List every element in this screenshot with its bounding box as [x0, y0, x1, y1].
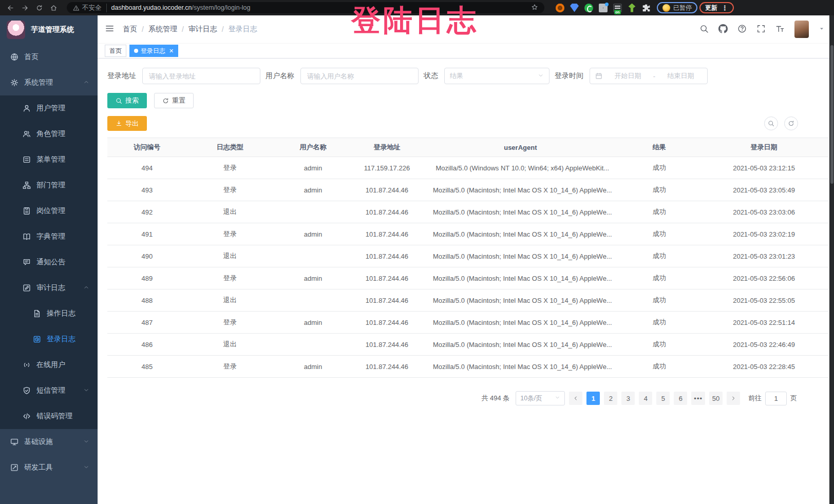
address-bar[interactable]: 不安全 dashboard.yudao.iocoder.cn/system/lo…	[67, 2, 544, 13]
search-toggle-icon	[768, 120, 774, 127]
sidebar-item-roles[interactable]: 角色管理	[0, 121, 98, 147]
sidebar-item-online-users[interactable]: 在线用户	[0, 352, 98, 378]
table-row: 486退出101.87.244.46Mozilla/5.0 (Macintosh…	[107, 334, 829, 356]
table-row: 494登录admin117.159.17.226Mozilla/5.0 (Win…	[107, 157, 829, 179]
sidebar-item-dictionary[interactable]: 字典管理	[0, 224, 98, 249]
status-label: 状态	[424, 71, 444, 81]
extension-list-icon[interactable]: on	[613, 4, 622, 12]
update-label: 更新	[705, 4, 717, 12]
monitor-icon	[10, 438, 18, 446]
paused-label: 已暂停	[673, 4, 692, 12]
breadcrumb-current: 登录日志	[229, 25, 257, 34]
shield-icon	[23, 386, 31, 395]
warning-triangle-icon	[73, 5, 80, 11]
extension-plant-icon[interactable]	[628, 4, 636, 12]
next-page-button[interactable]	[727, 392, 740, 405]
font-size-icon[interactable]	[775, 24, 785, 35]
help-icon[interactable]	[737, 24, 747, 35]
tab-login-log[interactable]: 登录日志 ✕	[129, 45, 178, 57]
page-content: 登录地址 用户名称 状态 结果 登录时间	[98, 59, 834, 504]
sidebar-item-menus[interactable]: 菜单管理	[0, 147, 98, 172]
col-header-id: 访问编号	[107, 138, 187, 157]
sidebar-item-error-codes[interactable]: 错误码管理	[0, 403, 98, 429]
scrollbar-thumb[interactable]	[830, 45, 833, 184]
page-button-6[interactable]: 6	[674, 392, 687, 405]
caret-down-icon[interactable]	[819, 25, 825, 33]
sidebar-toggle-icon[interactable]	[105, 24, 115, 35]
breadcrumb-audit[interactable]: 审计日志	[188, 25, 217, 34]
sidebar-item-positions[interactable]: 岗位管理	[0, 198, 98, 224]
gear-icon	[10, 79, 18, 87]
breadcrumb-home[interactable]: 首页	[123, 25, 137, 34]
sidebar-item-sms[interactable]: 短信管理	[0, 378, 98, 403]
extension-gem-icon[interactable]	[570, 4, 579, 12]
refresh-table-button[interactable]	[784, 117, 798, 130]
sidebar-item-infrastructure[interactable]: 基础设施	[0, 429, 98, 455]
goto-page-input[interactable]	[765, 392, 787, 405]
reload-icon[interactable]	[33, 2, 45, 14]
prev-page-button[interactable]	[569, 392, 582, 405]
user-avatar[interactable]	[794, 21, 809, 38]
extension-green-icon[interactable]	[584, 4, 593, 12]
start-date-placeholder: 开始日期	[606, 71, 649, 81]
sidebar-item-system[interactable]: 系统管理	[0, 70, 98, 95]
login-log-table: 访问编号 日志类型 用户名称 登录地址 userAgent 结果 登录日期 49…	[107, 138, 829, 378]
page-button-50[interactable]: 50	[709, 392, 723, 405]
forward-icon[interactable]	[18, 2, 31, 14]
audit-icon	[23, 284, 31, 292]
refresh-icon	[788, 120, 794, 127]
sidebar-item-departments[interactable]: 部门管理	[0, 172, 98, 198]
tools-icon	[10, 463, 18, 472]
reset-button[interactable]: 重置	[154, 93, 194, 108]
search-icon[interactable]	[699, 24, 709, 35]
chevron-left-icon	[573, 395, 579, 401]
sidebar-item-audit-log[interactable]: 审计日志	[0, 275, 98, 301]
calendar-icon	[595, 72, 602, 80]
extension-orange-icon[interactable]	[556, 4, 564, 12]
page-button-4[interactable]: 4	[639, 392, 652, 405]
sidebar-item-operation-log[interactable]: 操作日志	[0, 301, 98, 326]
sidebar-item-login-log[interactable]: 登录日志	[0, 326, 98, 352]
table-row: 491登录admin101.87.244.46Mozilla/5.0 (Maci…	[107, 223, 829, 245]
username-input[interactable]	[300, 68, 419, 84]
table-row: 487登录admin101.87.244.46Mozilla/5.0 (Maci…	[107, 312, 829, 334]
sidebar-item-devtools[interactable]: 研发工具	[0, 455, 98, 480]
page-button-2[interactable]: 2	[604, 392, 617, 405]
fullscreen-icon[interactable]	[756, 24, 766, 35]
table-row: 490退出101.87.244.46Mozilla/5.0 (Macintosh…	[107, 245, 829, 267]
login-time-range-picker[interactable]: 开始日期 - 结束日期	[590, 68, 708, 84]
browser-menu-icon[interactable]: ⋮	[722, 4, 728, 12]
login-address-input[interactable]	[142, 68, 260, 84]
sidebar-item-users[interactable]: 用户管理	[0, 95, 98, 121]
close-icon[interactable]: ✕	[169, 48, 174, 54]
breadcrumb-system[interactable]: 系统管理	[148, 25, 177, 34]
sidebar-item-announcements[interactable]: 通知公告	[0, 249, 98, 275]
page-size-select[interactable]: 10条/页	[516, 391, 565, 405]
status-select[interactable]: 结果	[444, 68, 549, 84]
extensions-puzzle-icon[interactable]	[642, 4, 651, 12]
sidebar-item-home[interactable]: 首页	[0, 44, 98, 70]
back-icon[interactable]	[4, 2, 16, 14]
profile-paused-badge[interactable]: 已暂停	[657, 2, 697, 13]
table-row: 488退出101.87.244.46Mozilla/5.0 (Macintosh…	[107, 289, 829, 312]
extension-grid-icon[interactable]	[599, 4, 608, 12]
bookmark-star-icon[interactable]	[531, 4, 538, 12]
filter-form: 登录地址 用户名称 状态 结果 登录时间	[107, 68, 829, 84]
page-button-1[interactable]: 1	[586, 392, 600, 405]
login-time-label: 登录时间	[555, 71, 590, 81]
tab-home[interactable]: 首页	[105, 45, 126, 57]
security-warning[interactable]: 不安全	[73, 4, 107, 12]
toggle-search-button[interactable]	[764, 117, 778, 130]
browser-update-button[interactable]: 更新 ⋮	[699, 2, 734, 13]
export-button[interactable]: 导出	[107, 116, 147, 131]
more-pages-button[interactable]: •••	[691, 392, 705, 405]
home-icon[interactable]	[47, 2, 60, 14]
goto-label: 前往	[748, 394, 762, 403]
vertical-scrollbar[interactable]	[829, 15, 834, 504]
github-icon[interactable]	[718, 24, 728, 35]
search-button[interactable]: 搜索	[107, 93, 147, 108]
page-button-3[interactable]: 3	[621, 392, 635, 405]
page-button-5[interactable]: 5	[656, 392, 670, 405]
app-logo-row: 芋道管理系统	[0, 15, 98, 44]
breadcrumb: 首页 / 系统管理 / 审计日志 / 登录日志	[123, 25, 257, 34]
